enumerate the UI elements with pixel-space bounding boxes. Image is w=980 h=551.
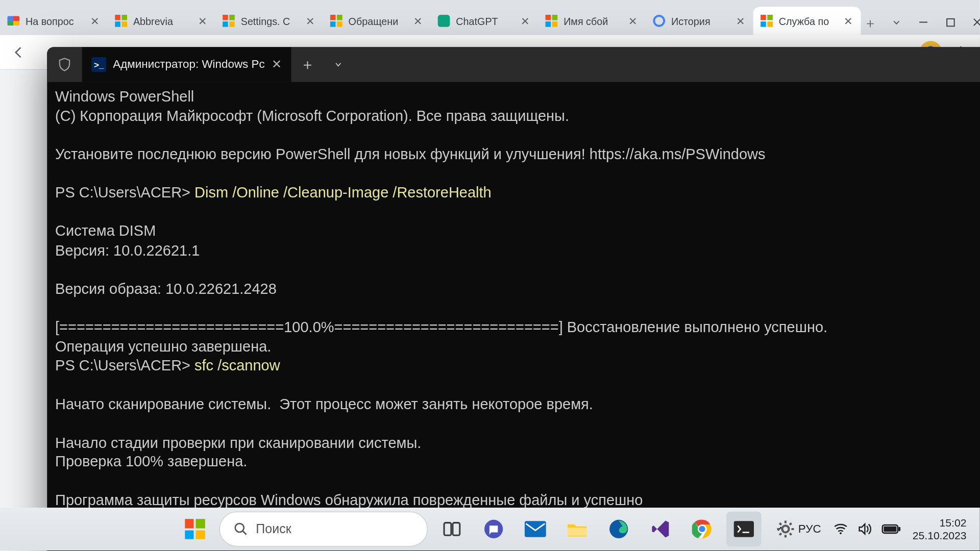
clock[interactable]: 15:02 25.10.2023 — [913, 516, 973, 542]
terminal-tab-title: Администратор: Windows Pс — [113, 58, 264, 71]
browser-tab[interactable]: Служба по✕ — [753, 7, 861, 35]
tab-title: Обращени — [349, 15, 406, 27]
start-button[interactable] — [177, 512, 212, 547]
command: Dism /Online /Cleanup-Image /RestoreHeal… — [194, 184, 492, 201]
taskbar-app-chrome[interactable] — [684, 512, 720, 547]
taskbar-app-explorer[interactable] — [559, 512, 595, 547]
window-minimize-button[interactable] — [917, 16, 929, 29]
svg-rect-16 — [733, 521, 754, 537]
svg-rect-10 — [567, 528, 586, 536]
prompt: PS C:\Users\ACER> — [55, 357, 194, 374]
tab-close-button[interactable]: ✕ — [411, 15, 424, 27]
taskbar-app-chat[interactable] — [476, 512, 511, 547]
terminal-line: Операция успешно завершена. — [55, 338, 271, 355]
svg-point-18 — [840, 532, 842, 534]
taskbar-app-vs[interactable] — [643, 512, 678, 547]
svg-rect-7 — [452, 523, 459, 536]
terminal-line: Windows PowerShell — [55, 88, 194, 105]
history-icon — [652, 14, 666, 28]
terminal-line: Версия: 10.0.22621.1 — [55, 242, 200, 259]
taskbar-app-mail[interactable] — [518, 512, 553, 547]
microsoft-icon — [760, 14, 773, 28]
tab-close-button[interactable]: ✕ — [89, 15, 101, 27]
svg-rect-21 — [884, 527, 896, 532]
tab-close-button[interactable]: ✕ — [304, 15, 316, 27]
svg-rect-9 — [524, 521, 546, 537]
svg-rect-20 — [898, 527, 900, 531]
microsoft-icon — [545, 14, 558, 28]
svg-rect-6 — [444, 523, 451, 536]
search-placeholder: Поиск — [256, 521, 291, 536]
tab-title: Служба по — [779, 15, 837, 27]
tab-close-button[interactable]: ✕ — [519, 15, 531, 27]
microsoft-icon — [114, 14, 128, 28]
svg-rect-1 — [946, 18, 953, 26]
time: 15:02 — [913, 516, 967, 529]
back-button[interactable] — [7, 40, 31, 64]
taskbar-app-edge[interactable] — [601, 512, 636, 547]
terminal-line: Начато сканирование системы. Этот процес… — [55, 395, 593, 412]
tab-close-button[interactable]: ✕ — [627, 15, 639, 27]
browser-tab-strip: На вопрос✕Abbrevia✕Settings. С✕Обращени✕… — [0, 0, 980, 35]
taskbar: Поиск РУС 15:02 25.10.2023 — [0, 508, 980, 550]
shield-icon — [47, 57, 82, 73]
battery-icon[interactable] — [881, 523, 900, 534]
terminal-window: >_ Администратор: Windows Pс ✕ ＋ Windows… — [47, 47, 980, 551]
command: sfc /scannow — [194, 357, 280, 374]
system-tray: РУС 15:02 25.10.2023 — [775, 516, 973, 542]
browser-tab[interactable]: История✕ — [646, 7, 753, 35]
tab-title: Abbrevia — [133, 15, 191, 27]
svg-line-5 — [242, 531, 246, 535]
prompt: PS C:\Users\ACER> — [55, 184, 194, 201]
tab-close-button[interactable]: ✕ — [842, 15, 854, 27]
microsoft-icon — [222, 14, 235, 28]
browser-tab[interactable]: ChatGPT✕ — [430, 7, 538, 35]
taskbar-app-settings[interactable] — [768, 512, 803, 547]
terminal-line: Проверка 100% завершена. — [55, 453, 247, 470]
browser-tab[interactable]: Обращени✕ — [323, 7, 430, 35]
terminal-line: Установите последнюю версию PowerShell д… — [55, 146, 765, 163]
new-tab-button[interactable]: ＋ — [864, 11, 877, 35]
terminal-line: Cистема DISM — [55, 222, 156, 239]
gmail-icon — [7, 14, 20, 28]
terminal-line: [==========================100.0%=======… — [55, 319, 827, 336]
terminal-new-tab-button[interactable]: ＋ — [291, 55, 325, 75]
tab-title: Settings. С — [241, 15, 299, 27]
svg-point-4 — [235, 523, 243, 532]
date: 25.10.2023 — [913, 529, 967, 542]
taskbar-search[interactable]: Поиск — [219, 512, 427, 547]
search-icon — [233, 521, 248, 536]
window-maximize-button[interactable] — [944, 16, 957, 29]
terminal-line: Программа защиты ресурсов Windows обнару… — [55, 492, 643, 509]
wifi-icon[interactable] — [833, 523, 848, 535]
terminal-tab-close-button[interactable]: ✕ — [272, 57, 282, 72]
tab-title: Имя сбой — [564, 15, 621, 27]
tab-title: На вопрос — [26, 15, 83, 27]
microsoft-icon — [330, 14, 343, 28]
tab-close-button[interactable]: ✕ — [197, 15, 209, 27]
window-close-button[interactable] — [971, 16, 980, 29]
terminal-line: Версия образа: 10.0.22621.2428 — [55, 280, 277, 297]
terminal-titlebar[interactable]: >_ Администратор: Windows Pс ✕ ＋ — [47, 47, 980, 82]
powershell-icon: >_ — [91, 57, 106, 72]
volume-icon[interactable] — [857, 522, 872, 536]
tab-title: История — [671, 15, 729, 27]
tab-close-button[interactable]: ✕ — [734, 15, 747, 27]
search-tabs-button[interactable] — [890, 16, 902, 29]
terminal-line: (C) Корпорация Майкрософт (Microsoft Cor… — [55, 107, 569, 124]
chatgpt-icon — [437, 14, 450, 28]
browser-tab[interactable]: Имя сбой✕ — [538, 7, 646, 35]
terminal-tab-dropdown-button[interactable] — [325, 60, 352, 69]
task-view-button[interactable] — [434, 512, 469, 547]
terminal-line: Начало стадии проверки при сканировании … — [55, 434, 421, 451]
tab-title: ChatGPT — [456, 15, 513, 27]
browser-tab[interactable]: На вопрос✕ — [0, 7, 108, 35]
svg-point-17 — [782, 525, 789, 532]
browser-tab[interactable]: Settings. С✕ — [215, 7, 323, 35]
terminal-body[interactable]: Windows PowerShell (C) Корпорация Майкро… — [47, 82, 980, 551]
browser-tab[interactable]: Abbrevia✕ — [108, 7, 215, 35]
taskbar-app-terminal[interactable] — [726, 512, 761, 547]
terminal-tab[interactable]: >_ Администратор: Windows Pс ✕ — [82, 47, 291, 82]
